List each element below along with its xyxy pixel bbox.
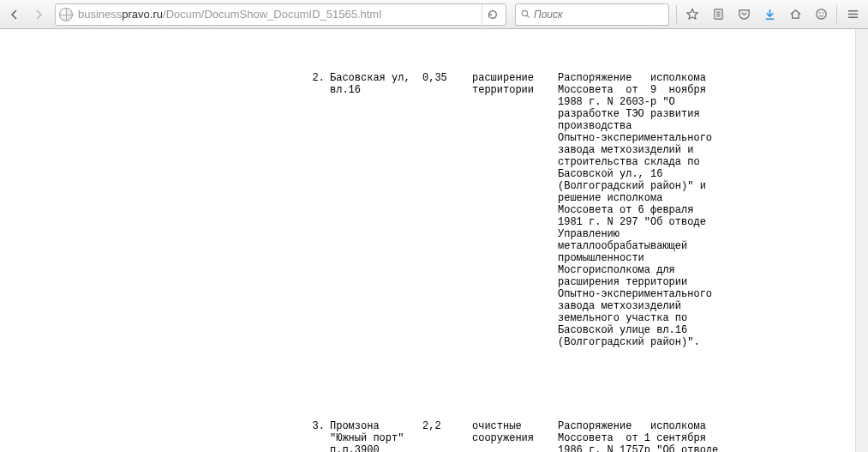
chat-button[interactable] (809, 3, 833, 26)
document-text: 2. Басовская ул, вл.16 0,35 расширение т… (304, 48, 716, 452)
table-row: 3. Промзона "Южный порт" п.п.3900 2,2 оч… (304, 420, 716, 452)
home-button[interactable] (783, 3, 807, 26)
smiley-icon (815, 8, 828, 21)
scrollbar[interactable] (855, 29, 868, 452)
svg-point-0 (522, 10, 527, 15)
pocket-icon (738, 8, 751, 21)
col-decree: Распоряжение исполкома Моссовета от 9 но… (558, 72, 716, 348)
url-text: businesspravo.ru/Docum/DocumShow_DocumID… (78, 8, 482, 21)
col-value: 2,2 (422, 420, 472, 452)
col-type: очистные сооружения (472, 420, 558, 452)
separator (836, 5, 837, 24)
reload-icon (487, 9, 499, 21)
arrow-right-icon (32, 8, 45, 21)
bookmark-star-button[interactable] (680, 3, 704, 26)
pocket-button[interactable] (732, 3, 756, 26)
back-button[interactable] (3, 3, 26, 26)
menu-button[interactable] (841, 3, 865, 26)
col-type: расширение территории (472, 72, 558, 348)
table-row: 2. Басовская ул, вл.16 0,35 расширение т… (304, 72, 716, 348)
star-icon (685, 8, 699, 21)
browser-toolbar: businesspravo.ru/Docum/DocumShow_DocumID… (0, 0, 868, 29)
col-address: Промзона "Южный порт" п.п.3900 (330, 420, 422, 452)
svg-point-6 (816, 9, 825, 19)
globe-icon (59, 8, 73, 21)
search-icon (521, 9, 530, 20)
arrow-left-icon (8, 8, 21, 21)
search-box[interactable] (515, 3, 669, 26)
forward-button (27, 3, 50, 26)
col-decree: Распоряжение исполкома Моссовета от 1 се… (558, 420, 716, 452)
col-number: 2. (304, 72, 330, 348)
reload-button[interactable] (482, 4, 502, 25)
download-arrow-icon (763, 8, 776, 21)
hamburger-icon (847, 8, 859, 21)
home-icon (789, 8, 802, 21)
reading-list-button[interactable] (706, 3, 730, 26)
col-address: Басовская ул, вл.16 (330, 72, 422, 348)
svg-line-1 (527, 15, 530, 18)
clipboard-icon (712, 8, 725, 21)
search-input[interactable] (534, 9, 663, 21)
col-value: 0,35 (422, 72, 472, 348)
page-content: 2. Басовская ул, вл.16 0,35 расширение т… (0, 29, 868, 452)
svg-point-8 (822, 12, 823, 14)
separator (676, 5, 677, 24)
col-number: 3. (304, 420, 330, 452)
downloads-button[interactable] (757, 3, 781, 26)
svg-point-7 (818, 12, 820, 14)
url-bar[interactable]: businesspravo.ru/Docum/DocumShow_DocumID… (55, 3, 506, 26)
